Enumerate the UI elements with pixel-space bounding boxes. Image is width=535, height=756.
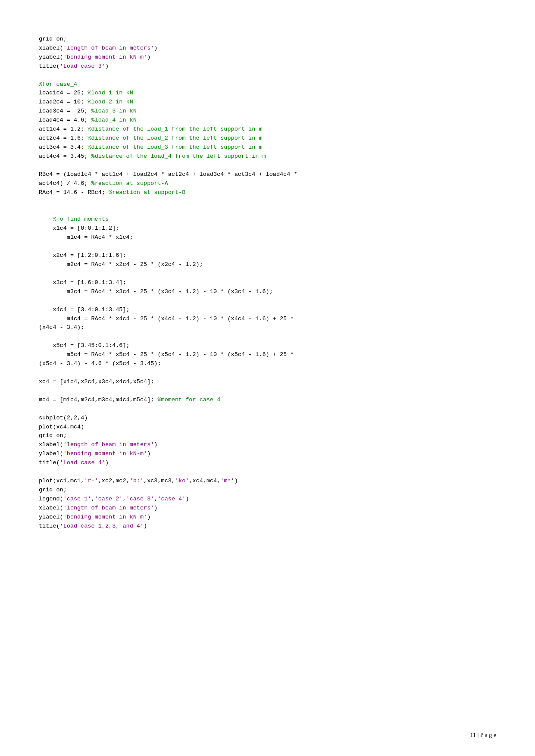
page-footer: 11 | P a g e <box>453 729 496 739</box>
page: grid on; xlabel('length of beam in meter… <box>0 0 535 756</box>
page-number: 11 | P a g e <box>470 732 496 738</box>
code-content: grid on; xlabel('length of beam in meter… <box>39 26 496 540</box>
